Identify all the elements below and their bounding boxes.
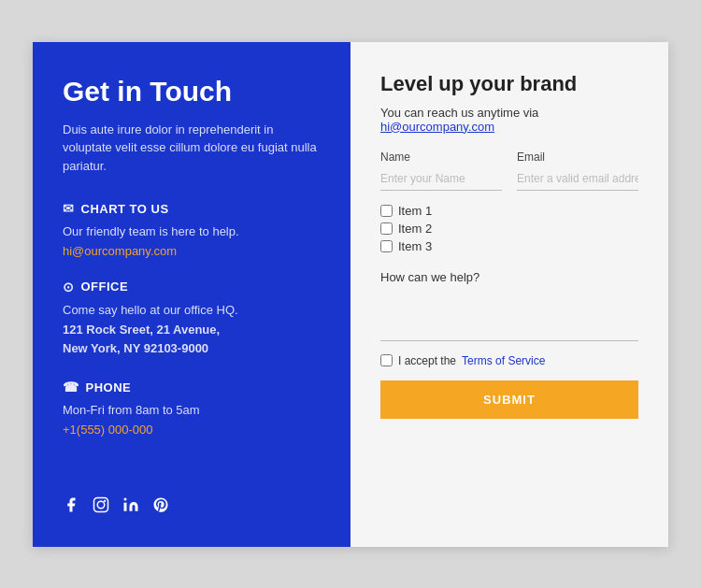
chart-email-link[interactable]: hi@ourcompany.com: [63, 244, 177, 258]
left-heading: Get in Touch: [63, 76, 321, 108]
phone-hours: Mon-Fri from 8am to 5am: [63, 401, 321, 421]
social-icons: [63, 474, 321, 513]
mail-icon: ✉: [63, 201, 75, 216]
phone-title: ☎ PHONE: [63, 380, 321, 394]
checkbox-2[interactable]: [380, 222, 393, 235]
right-heading: Level up your brand: [380, 72, 638, 96]
contact-container: Get in Touch Duis aute irure dolor in re…: [33, 42, 668, 547]
tos-link[interactable]: Terms of Service: [462, 354, 545, 367]
reach-text: You can reach us anytime via hi@ourcompa…: [380, 106, 638, 134]
how-help-label: How can we help?: [380, 270, 638, 284]
email-input[interactable]: [517, 167, 638, 191]
right-panel: Level up your brand You can reach us any…: [350, 42, 668, 547]
svg-point-1: [97, 501, 105, 509]
office-hq: Come say hello at our office HQ.: [63, 301, 321, 321]
checkbox-label-2: Item 2: [398, 222, 432, 236]
linkedin-icon[interactable]: [122, 496, 139, 513]
checkbox-item-1: Item 1: [380, 204, 638, 218]
name-input[interactable]: [380, 167, 502, 191]
phone-icon: ☎: [63, 380, 79, 394]
tos-prefix: I accept the: [398, 354, 456, 367]
message-textarea[interactable]: [380, 290, 638, 341]
office-address1: 121 Rock Sreet, 21 Avenue,: [63, 321, 321, 340]
tos-row: I accept the Terms of Service: [380, 354, 638, 367]
chart-title: ✉ CHART TO US: [63, 201, 321, 216]
checkbox-label-1: Item 1: [398, 204, 432, 218]
office-address2: New York, NY 92103-9000: [63, 339, 321, 359]
facebook-icon[interactable]: [63, 496, 79, 513]
reach-email-link[interactable]: hi@ourcompany.com: [380, 120, 494, 134]
phone-section: ☎ PHONE Mon-Fri from 8am to 5am +1(555) …: [63, 380, 321, 437]
checkbox-3[interactable]: [380, 240, 393, 252]
svg-point-2: [104, 499, 106, 501]
svg-point-4: [124, 497, 127, 500]
tos-checkbox[interactable]: [380, 354, 393, 366]
svg-rect-3: [124, 502, 127, 510]
checkbox-1[interactable]: [380, 205, 393, 217]
checkboxes-group: Item 1 Item 2 Item 3: [380, 204, 638, 257]
location-icon: ⊙: [63, 280, 75, 294]
office-title: ⊙ OFFICE: [63, 280, 321, 294]
name-label: Name: [380, 151, 502, 164]
email-label: Email: [517, 151, 638, 164]
svg-rect-0: [94, 497, 108, 511]
checkbox-item-3: Item 3: [380, 239, 638, 253]
left-panel: Get in Touch Duis aute irure dolor in re…: [33, 42, 350, 547]
left-subtitle: Duis aute irure dolor in reprehenderit i…: [63, 121, 321, 176]
phone-link[interactable]: +1(555) 000-000: [63, 423, 153, 437]
email-group: Email: [517, 151, 638, 191]
checkbox-item-2: Item 2: [380, 222, 638, 236]
name-group: Name: [380, 151, 502, 191]
chart-section: ✉ CHART TO US Our friendly team is here …: [63, 201, 321, 259]
submit-button[interactable]: SUBMIT: [380, 380, 638, 419]
instagram-icon[interactable]: [93, 496, 109, 513]
pinterest-icon[interactable]: [152, 496, 169, 513]
office-section: ⊙ OFFICE Come say hello at our office HQ…: [63, 280, 321, 359]
checkbox-label-3: Item 3: [398, 239, 432, 253]
name-email-row: Name Email: [380, 151, 638, 191]
chart-desc: Our friendly team is here to help.: [63, 222, 321, 242]
